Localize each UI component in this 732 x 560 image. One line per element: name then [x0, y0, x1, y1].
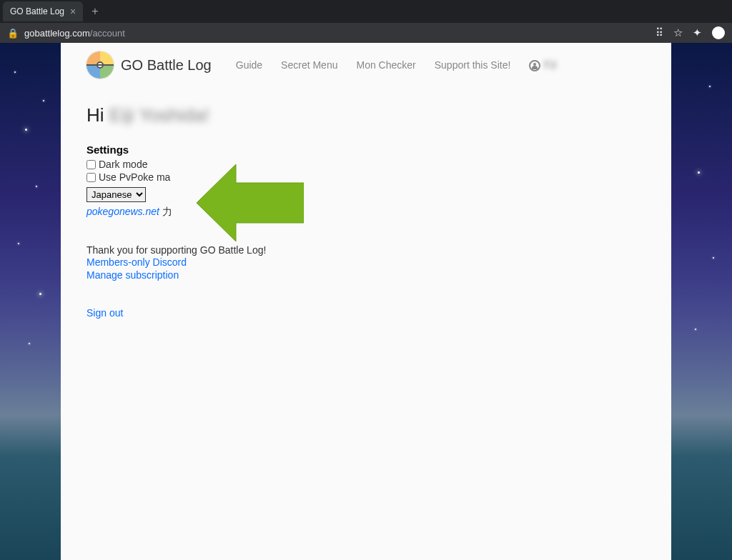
- site-brand[interactable]: GO Battle Log: [121, 57, 212, 74]
- translate-icon[interactable]: ⠿: [656, 26, 663, 39]
- site-logo[interactable]: [86, 51, 114, 79]
- dark-mode-row[interactable]: Dark mode: [86, 159, 646, 170]
- nav-username: Eiji: [543, 59, 557, 70]
- tab-title: GO Battle Log: [10, 6, 64, 16]
- close-icon[interactable]: ×: [70, 6, 76, 17]
- profile-icon[interactable]: [712, 26, 725, 39]
- greeting-prefix: Hi: [86, 104, 109, 126]
- main-content: Hi Eiji Yoshida! Settings Dark mode Use …: [61, 87, 671, 336]
- address-bar[interactable]: 🔒 gobattlelog.com/account ⠿ ☆ ✦: [0, 23, 732, 43]
- partner-link[interactable]: pokegonews.net: [86, 206, 159, 217]
- bookmark-star-icon[interactable]: ☆: [673, 26, 683, 39]
- extensions-icon[interactable]: ✦: [693, 26, 702, 39]
- partner-trail: 力: [159, 206, 172, 217]
- account-icon: [529, 60, 540, 71]
- nav-link-mon-checker[interactable]: Mon Checker: [356, 59, 415, 71]
- pvpoke-row[interactable]: Use PvPoke ma: [86, 171, 646, 183]
- lock-icon: 🔒: [7, 28, 19, 39]
- page-background: GO Battle Log Guide Secret Menu Mon Chec…: [0, 43, 732, 560]
- settings-heading: Settings: [86, 144, 646, 156]
- url-host: gobattlelog.com: [24, 28, 90, 39]
- language-select[interactable]: Japanese: [86, 187, 146, 202]
- nav-link-secret-menu[interactable]: Secret Menu: [281, 59, 337, 71]
- sign-out-link[interactable]: Sign out: [86, 307, 123, 319]
- support-text: Thank you for supporting GO Battle Log!: [86, 244, 646, 256]
- url-path: /account: [90, 28, 125, 39]
- site-nav: GO Battle Log Guide Secret Menu Mon Chec…: [61, 43, 671, 87]
- nav-link-support[interactable]: Support this Site!: [435, 59, 511, 71]
- content-panel: GO Battle Log Guide Secret Menu Mon Chec…: [61, 43, 671, 560]
- greeting-name: Eiji Yoshida!: [109, 104, 209, 126]
- nav-link-guide[interactable]: Guide: [236, 59, 262, 71]
- pvpoke-checkbox[interactable]: [86, 173, 96, 182]
- browser-tab-strip: GO Battle Log × +: [0, 0, 732, 23]
- greeting: Hi Eiji Yoshida!: [86, 104, 646, 126]
- dark-mode-label: Dark mode: [99, 159, 147, 170]
- new-tab-button[interactable]: +: [92, 5, 98, 18]
- nav-account-link[interactable]: Eiji: [529, 59, 557, 71]
- dark-mode-checkbox[interactable]: [86, 160, 96, 169]
- discord-link[interactable]: Members-only Discord: [86, 256, 187, 268]
- pvpoke-label: Use PvPoke ma: [99, 171, 170, 183]
- browser-tab[interactable]: GO Battle Log ×: [3, 1, 83, 21]
- manage-subscription-link[interactable]: Manage subscription: [86, 269, 179, 281]
